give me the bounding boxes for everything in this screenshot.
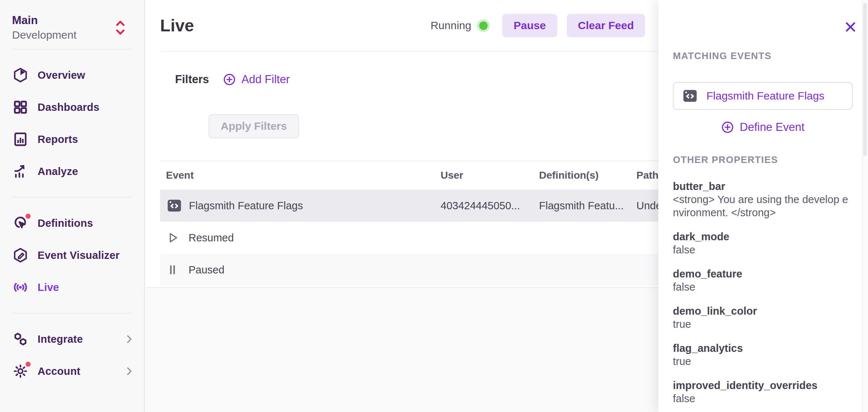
sidebar-item-label: Overview (38, 69, 85, 81)
property-value: false (673, 392, 853, 405)
pause-button[interactable]: Pause (502, 14, 557, 37)
property-value: false (673, 243, 853, 256)
panel-scrollbar[interactable] (862, 0, 868, 412)
sidebar-item-integrate[interactable]: Integrate (0, 323, 144, 355)
plus-circle-icon (223, 73, 236, 86)
property-value: true (673, 318, 853, 331)
overview-icon (12, 67, 29, 83)
notification-dot (24, 212, 32, 220)
status-row-label: Resumed (189, 232, 234, 244)
analyze-icon (12, 163, 29, 180)
sidebar-nav-secondary: Definitions Event Visualizer Live (0, 204, 144, 306)
panel-scrollbar-thumb[interactable] (863, 3, 867, 156)
property-name: butter_bar (673, 180, 853, 193)
event-visualizer-icon (12, 247, 29, 264)
up-down-chevron-icon (115, 19, 126, 36)
sidebar: Main Development Overview (0, 0, 145, 412)
add-filter-label: Add Filter (241, 73, 290, 86)
sidebar-item-dashboards[interactable]: Dashboards (0, 91, 144, 123)
apply-filters-button[interactable]: Apply Filters (209, 114, 299, 138)
sidebar-divider (12, 49, 132, 50)
sidebar-divider (12, 197, 132, 198)
clear-feed-button[interactable]: Clear Feed (567, 14, 645, 37)
property-name: improved_identity_overrides (673, 379, 853, 392)
property-item: demo_feature false (673, 267, 853, 294)
code-window-icon (682, 88, 698, 104)
sidebar-item-label: Reports (38, 133, 78, 145)
filters-label: Filters (175, 73, 209, 86)
project-name: Main (12, 13, 132, 28)
property-name: flag_analytics (673, 342, 853, 355)
define-event-button[interactable]: Define Event (721, 121, 805, 134)
matching-events-heading: MATCHING EVENTS (673, 50, 853, 62)
property-item: dark_mode false (673, 230, 853, 256)
project-switcher[interactable]: Main Development (0, 0, 144, 42)
column-header-user: User (435, 170, 533, 181)
property-item: improved_identity_overrides false (673, 379, 853, 405)
event-detail-panel: MATCHING EVENTS Flagsmith Feature Flags … (658, 0, 868, 412)
event-definitions: Flagsmith Featu... (533, 200, 631, 212)
event-user: 403424445050... (435, 200, 533, 212)
sidebar-item-label: Analyze (38, 166, 78, 178)
property-name: dark_mode (673, 230, 853, 243)
project-environment: Development (12, 28, 132, 42)
define-event-label: Define Event (740, 121, 805, 134)
page-title: Live (160, 16, 194, 35)
sidebar-item-analyze[interactable]: Analyze (0, 155, 144, 187)
sidebar-item-account[interactable]: Account (0, 355, 144, 387)
page-header: Live Running Pause Clear Feed (160, 0, 658, 52)
column-header-definitions: Definition(s) (533, 170, 631, 181)
property-item: flag_analytics true (673, 342, 853, 368)
code-window-icon (166, 197, 183, 214)
header-actions: Running Pause Clear Feed (430, 14, 645, 37)
play-icon (166, 231, 179, 244)
matching-event-item[interactable]: Flagsmith Feature Flags (673, 82, 853, 110)
sidebar-item-label: Definitions (38, 217, 93, 229)
property-name: demo_feature (673, 267, 853, 280)
properties-list: butter_bar <strong> You are using the de… (673, 180, 853, 405)
feed-status: Running (430, 19, 488, 32)
close-icon[interactable] (842, 19, 859, 35)
reports-icon (12, 131, 29, 148)
property-item: demo_link_color true (673, 304, 853, 331)
sidebar-nav-tertiary: Integrate Account (0, 320, 144, 390)
add-filter-button[interactable]: Add Filter (223, 73, 290, 86)
sidebar-item-live[interactable]: Live (0, 271, 144, 303)
notification-dot (24, 360, 32, 368)
property-value: false (673, 280, 853, 294)
gear-icon (12, 363, 29, 380)
sidebar-divider (12, 313, 132, 314)
sidebar-item-definitions[interactable]: Definitions (0, 207, 144, 239)
plus-circle-icon (721, 121, 734, 134)
event-name: Flagsmith Feature Flags (189, 200, 303, 212)
define-event-row: Define Event (673, 116, 853, 138)
sidebar-item-label: Event Visualizer (38, 249, 120, 261)
matching-event-name: Flagsmith Feature Flags (706, 90, 824, 102)
sidebar-item-reports[interactable]: Reports (0, 123, 144, 155)
chevron-right-icon (124, 334, 135, 345)
status-row-label: Paused (189, 264, 224, 276)
property-value: <strong> You are using the develop envir… (673, 193, 853, 219)
sidebar-item-overview[interactable]: Overview (0, 59, 144, 91)
property-name: demo_link_color (673, 304, 853, 318)
live-icon (12, 279, 29, 296)
other-properties-heading: OTHER PROPERTIES (673, 154, 853, 166)
filters-bar: Filters Add Filter (175, 73, 290, 86)
integrate-icon (12, 331, 29, 347)
dashboards-icon (12, 99, 29, 116)
definitions-icon (12, 215, 29, 232)
sidebar-item-label: Integrate (38, 333, 83, 345)
column-header-event: Event (160, 170, 435, 181)
sidebar-nav-primary: Overview Dashboards Reports (0, 56, 144, 190)
sidebar-item-label: Live (38, 281, 59, 294)
property-item: butter_bar <strong> You are using the de… (673, 180, 853, 219)
running-indicator-dot (479, 22, 488, 30)
sidebar-item-event-visualizer[interactable]: Event Visualizer (0, 239, 144, 271)
pause-icon (166, 263, 179, 276)
property-value: true (673, 355, 853, 368)
sidebar-item-label: Account (38, 365, 80, 377)
chevron-right-icon (124, 366, 135, 377)
sidebar-item-label: Dashboards (38, 101, 100, 113)
status-label: Running (430, 19, 471, 32)
